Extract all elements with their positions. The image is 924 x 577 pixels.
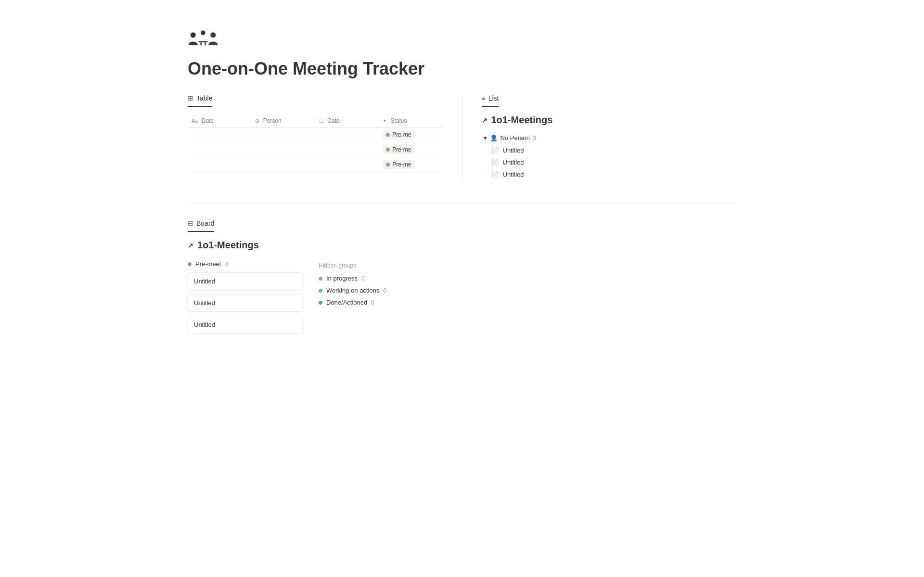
row3-status: Pre-me xyxy=(379,157,442,172)
list-item-label: Untitled xyxy=(503,147,524,154)
col-status: ✦ Status xyxy=(379,115,442,128)
hidden-group-item[interactable]: Working on actions 0 xyxy=(319,287,386,294)
list-tab[interactable]: ≡ List xyxy=(482,94,499,107)
row1-date2 xyxy=(315,128,379,142)
date-col-icon: ☐ xyxy=(319,118,324,124)
board-db-title: ↗ 1o1-Meetings xyxy=(188,240,736,251)
board-layout: Pre-meet 3 Untitled Untitled Untitled Hi… xyxy=(188,260,736,337)
hidden-group-label: Done/Actioned xyxy=(326,299,367,306)
row2-status: Pre-me xyxy=(379,142,442,157)
list-item[interactable]: 📄 Untitled xyxy=(482,168,737,180)
status-dot xyxy=(386,163,390,167)
col-date2: ☐ Date xyxy=(315,115,379,128)
list-group-header[interactable]: ▾ 👤 No Person 3 xyxy=(482,131,737,144)
list-item[interactable]: 📄 Untitled xyxy=(482,156,737,168)
row1-status: Pre-me xyxy=(379,128,442,142)
row2-date2 xyxy=(315,142,379,157)
hidden-group-count: 0 xyxy=(371,299,374,306)
board-tab[interactable]: ⊟ Board xyxy=(188,219,214,232)
hidden-group-count: 0 xyxy=(361,275,365,282)
board-card[interactable]: Untitled xyxy=(188,316,303,333)
row3-date2 xyxy=(315,157,379,172)
svg-point-5 xyxy=(201,30,205,35)
table-row[interactable]: Pre-me xyxy=(188,142,443,157)
row1-person xyxy=(251,128,315,142)
hidden-group-count: 0 xyxy=(383,287,386,294)
table-tab-label: Table xyxy=(196,94,212,102)
list-item-label: Untitled xyxy=(503,171,524,178)
list-icon: ≡ xyxy=(482,94,486,102)
board-section: ⊟ Board ↗ 1o1-Meetings Pre-meet 3 Untitl… xyxy=(188,219,736,337)
board-tab-label: Board xyxy=(196,219,214,227)
page-icon xyxy=(188,29,218,53)
status-dot xyxy=(386,133,390,137)
list-db-title: ↗ 1o1-Meetings xyxy=(482,115,737,126)
person-col-icon: ⊕ xyxy=(255,118,259,124)
status-badge: Pre-me xyxy=(383,160,414,169)
top-section: ⊞ Table Aa Date ⊕ Person xyxy=(188,94,736,180)
svg-rect-2 xyxy=(200,42,201,45)
chevron-down-icon: ▾ xyxy=(484,134,487,141)
status-dot xyxy=(386,148,390,152)
group-label: No Person xyxy=(500,134,530,141)
doc-icon: 📄 xyxy=(491,147,499,154)
page-title: One-on-One Meeting Tracker xyxy=(188,59,736,79)
board-card[interactable]: Untitled xyxy=(188,294,303,312)
list-section: ≡ List ↗ 1o1-Meetings ▾ 👤 No Person 3 📄 … xyxy=(462,94,737,180)
done-dot xyxy=(319,301,322,305)
aa-icon: Aa xyxy=(192,118,198,124)
board-card[interactable]: Untitled xyxy=(188,272,303,290)
in-progress-dot xyxy=(319,277,322,281)
svg-point-4 xyxy=(210,32,216,38)
group-count: 3 xyxy=(533,135,536,141)
status-col-icon: ✦ xyxy=(383,118,387,124)
hidden-group-item[interactable]: Done/Actioned 0 xyxy=(319,299,386,306)
hidden-groups: Hidden groups In progress 0 Working on a… xyxy=(319,260,386,311)
premeet-dot xyxy=(188,262,192,266)
row3-date xyxy=(188,157,251,172)
list-db-name: 1o1-Meetings xyxy=(491,115,553,126)
list-item-label: Untitled xyxy=(503,159,524,166)
row2-person xyxy=(251,142,315,157)
person-icon: 👤 xyxy=(490,134,498,141)
page-container: One-on-One Meeting Tracker ⊞ Table Aa Da… xyxy=(149,0,775,385)
column-count: 3 xyxy=(225,261,228,268)
list-item[interactable]: 📄 Untitled xyxy=(482,144,737,156)
col-person: ⊕ Person xyxy=(251,115,315,128)
board-column-premeet: Pre-meet 3 Untitled Untitled Untitled xyxy=(188,260,303,337)
list-tab-label: List xyxy=(488,94,499,102)
arrow-link-icon: ↗ xyxy=(482,116,488,124)
svg-rect-3 xyxy=(205,42,205,45)
database-table: Aa Date ⊕ Person ☐ Date ✦ xyxy=(188,115,443,172)
table-section: ⊞ Table Aa Date ⊕ Person xyxy=(188,94,443,180)
hidden-group-label: Working on actions xyxy=(326,287,379,294)
card-label: Untitled xyxy=(194,299,215,307)
row2-date xyxy=(188,142,251,157)
col-date: Aa Date xyxy=(188,115,251,128)
status-badge: Pre-me xyxy=(383,145,414,154)
table-tab[interactable]: ⊞ Table xyxy=(188,94,212,107)
hidden-group-item[interactable]: In progress 0 xyxy=(319,275,386,282)
svg-rect-1 xyxy=(198,41,207,42)
column-label: Pre-meet xyxy=(195,260,221,268)
hidden-group-label: In progress xyxy=(326,275,358,282)
working-dot xyxy=(319,289,322,293)
board-column-header: Pre-meet 3 xyxy=(188,260,303,268)
row1-date xyxy=(188,128,251,142)
table-row[interactable]: Pre-me xyxy=(188,157,443,172)
hidden-groups-label: Hidden groups xyxy=(319,262,386,269)
table-row[interactable]: Pre-me xyxy=(188,128,443,142)
table-icon: ⊞ xyxy=(188,94,193,102)
svg-point-0 xyxy=(191,32,196,38)
arrow-link-icon: ↗ xyxy=(188,242,193,249)
board-icon: ⊟ xyxy=(188,219,193,227)
status-badge: Pre-me xyxy=(383,130,414,139)
board-db-name: 1o1-Meetings xyxy=(197,240,259,251)
row3-person xyxy=(251,157,315,172)
doc-icon: 📄 xyxy=(491,159,499,166)
card-label: Untitled xyxy=(194,278,215,285)
card-label: Untitled xyxy=(194,321,215,328)
section-divider xyxy=(188,204,736,204)
doc-icon: 📄 xyxy=(491,171,499,178)
table-header-row: Aa Date ⊕ Person ☐ Date ✦ xyxy=(188,115,443,128)
